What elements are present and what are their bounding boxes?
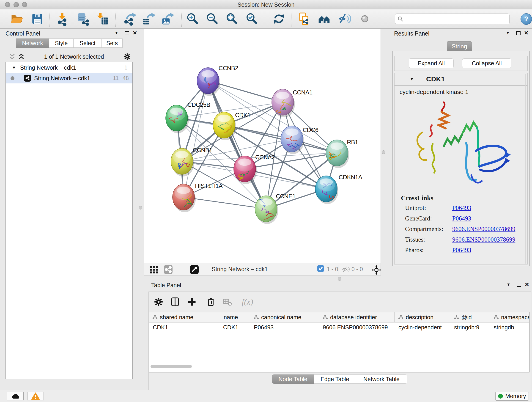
delete-column-button[interactable] bbox=[203, 294, 218, 309]
search-input[interactable] bbox=[405, 16, 509, 22]
edge-HIST1H1A-CCNE1[interactable] bbox=[184, 197, 266, 209]
node-rb1[interactable] bbox=[326, 140, 349, 168]
collapse-panel-icon[interactable]: ▼ bbox=[506, 31, 510, 35]
tab-network-table[interactable]: Network Table bbox=[356, 375, 407, 384]
crosslink-link[interactable]: 9606.ENSP00000378699 bbox=[452, 225, 515, 233]
search-field[interactable] bbox=[395, 13, 510, 24]
preview-eye-button[interactable] bbox=[357, 11, 373, 26]
node-ccnb1[interactable] bbox=[171, 148, 194, 177]
collapse-all-icon[interactable] bbox=[18, 53, 25, 60]
close-panel-icon[interactable]: × bbox=[525, 282, 529, 287]
tab-edge-table[interactable]: Edge Table bbox=[314, 375, 356, 384]
import-database-button[interactable] bbox=[75, 11, 90, 26]
node-ccna1[interactable] bbox=[272, 89, 295, 117]
tab-select[interactable]: Select bbox=[73, 38, 102, 48]
right-splitter-handle[interactable] bbox=[382, 150, 385, 154]
results-scrollbar[interactable] bbox=[525, 74, 526, 264]
node-ccnb2[interactable] bbox=[197, 68, 220, 96]
hide-eye-button[interactable] bbox=[337, 11, 352, 26]
network-collection-row[interactable]: ▼ String Network – cdk1 1 bbox=[6, 62, 133, 73]
tab-style[interactable]: Style bbox=[49, 38, 74, 48]
cloud-status-button[interactable] bbox=[7, 392, 24, 400]
collapse-all-button[interactable]: Collapse All bbox=[462, 58, 511, 68]
memory-button[interactable]: Memory bbox=[495, 392, 529, 401]
export-network-button[interactable] bbox=[122, 11, 138, 26]
delete-table-button[interactable] bbox=[220, 294, 235, 309]
string-network-graph[interactable]: CCNB2CCNA1CDC25BCDK1CDC6RB1CCNB1CCNA2CDK… bbox=[144, 29, 380, 263]
hidden-toggle[interactable] bbox=[342, 265, 350, 273]
tab-node-table[interactable]: Node Table bbox=[272, 375, 314, 384]
help-button[interactable]: ? bbox=[520, 13, 532, 25]
table-cell[interactable]: stringdb bbox=[490, 322, 530, 332]
function-builder-button[interactable]: f(x) bbox=[237, 294, 258, 309]
bottom-splitter-handle[interactable] bbox=[338, 277, 341, 281]
protein-header-row[interactable]: ▼ CDK1 bbox=[394, 73, 527, 86]
node-cdc6[interactable] bbox=[281, 126, 304, 154]
table-row[interactable]: CDK1CDK1P064939606.ENSP00000378699cyclin… bbox=[149, 322, 529, 332]
edge-CCNA2-CDKN1A[interactable] bbox=[245, 169, 326, 189]
grid-view-button[interactable] bbox=[150, 265, 158, 274]
export-table-button[interactable] bbox=[141, 11, 156, 26]
export-image-button[interactable] bbox=[160, 11, 175, 26]
refresh-button[interactable] bbox=[271, 11, 286, 26]
expand-all-icon[interactable] bbox=[9, 53, 16, 60]
tab-network[interactable]: Network bbox=[16, 38, 49, 48]
fit-selected-button[interactable] bbox=[371, 265, 381, 275]
edge-CDK1-RB1[interactable] bbox=[224, 125, 337, 153]
show-columns-button[interactable] bbox=[167, 294, 183, 309]
zoom-fit-button[interactable] bbox=[224, 11, 239, 26]
float-panel-icon[interactable] bbox=[517, 283, 521, 287]
collapse-panel-icon[interactable]: ▼ bbox=[114, 31, 119, 35]
table-cell[interactable]: P06493 bbox=[250, 322, 319, 332]
zoom-out-button[interactable] bbox=[205, 11, 220, 26]
collapse-panel-icon[interactable]: ▼ bbox=[507, 282, 510, 287]
table-cell[interactable]: stringdb:9... bbox=[450, 322, 490, 332]
node-cdc25b[interactable] bbox=[166, 105, 189, 133]
birdseye-view-button[interactable] bbox=[190, 265, 199, 274]
string-home-button[interactable] bbox=[317, 11, 332, 26]
node-hist1h1a[interactable] bbox=[172, 184, 196, 212]
column-header-namespace[interactable]: namespace bbox=[490, 313, 530, 322]
save-session-button[interactable] bbox=[30, 11, 45, 26]
column-header--id[interactable]: @id bbox=[450, 313, 490, 322]
float-panel-icon[interactable] bbox=[516, 31, 520, 35]
expand-all-button[interactable]: Expand All bbox=[409, 58, 454, 68]
import-network-button[interactable] bbox=[55, 11, 70, 26]
collapse-section-icon[interactable]: ▼ bbox=[410, 77, 414, 82]
node-cdkn1a[interactable] bbox=[315, 176, 338, 204]
crosslink-link[interactable]: P06493 bbox=[452, 204, 471, 211]
tab-sets[interactable]: Sets bbox=[101, 38, 123, 48]
table-settings-button[interactable] bbox=[151, 294, 166, 309]
network-row[interactable]: String Network – cdk1 11 48 bbox=[6, 73, 133, 83]
crosslink-link[interactable]: 9606.ENSP00000378699 bbox=[452, 236, 515, 243]
warning-status-button[interactable] bbox=[27, 392, 44, 400]
column-header-canonical-name[interactable]: canonical name bbox=[250, 313, 319, 322]
column-header-name[interactable]: name bbox=[212, 313, 250, 322]
column-header-description[interactable]: description bbox=[394, 313, 450, 322]
float-panel-icon[interactable] bbox=[125, 31, 129, 35]
zoom-in-button[interactable] bbox=[185, 11, 200, 26]
zoom-selected-button[interactable] bbox=[244, 11, 259, 26]
table-cell[interactable]: CDK1 bbox=[149, 322, 212, 332]
edge-CCNB2-CCNE1[interactable] bbox=[208, 81, 266, 209]
selected-checkbox[interactable] bbox=[317, 265, 324, 272]
tree-expander-icon[interactable]: ▼ bbox=[12, 65, 16, 70]
node-table[interactable]: shared namenamecanonical namedatabase id… bbox=[149, 312, 530, 372]
column-header-database-identifier[interactable]: database identifier bbox=[319, 313, 394, 322]
tab-string[interactable]: String bbox=[447, 41, 472, 51]
gear-icon[interactable] bbox=[123, 53, 131, 61]
network-share-button[interactable] bbox=[164, 265, 173, 274]
crosslink-link[interactable]: P06493 bbox=[452, 247, 471, 254]
table-cell[interactable]: cyclin-dependent ... bbox=[394, 322, 450, 332]
clone-documents-button[interactable] bbox=[297, 11, 312, 26]
close-panel-icon[interactable]: × bbox=[133, 31, 137, 35]
table-hscrollbar-thumb[interactable] bbox=[151, 365, 192, 368]
left-splitter-handle[interactable] bbox=[139, 206, 142, 210]
import-table-button[interactable] bbox=[95, 11, 110, 26]
close-panel-icon[interactable]: × bbox=[524, 31, 528, 35]
column-header-shared-name[interactable]: shared name bbox=[149, 313, 212, 322]
open-session-button[interactable] bbox=[9, 11, 24, 26]
node-ccne1[interactable] bbox=[255, 196, 278, 224]
table-cell[interactable]: 9606.ENSP00000378699 bbox=[319, 322, 394, 332]
network-canvas[interactable]: CCNB2CCNA1CDC25BCDK1CDC6RB1CCNB1CCNA2CDK… bbox=[144, 29, 381, 263]
